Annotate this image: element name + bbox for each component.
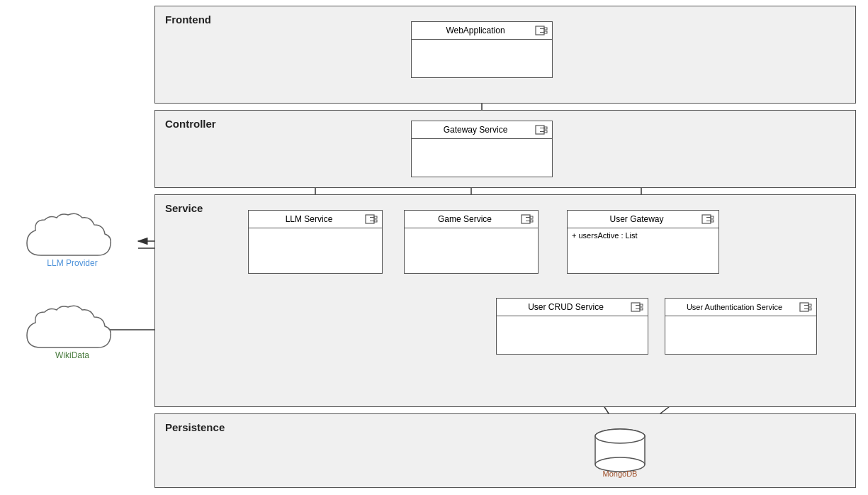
llm-service-title: LLM Service [253, 214, 365, 224]
component-icon [521, 213, 534, 225]
gateway-service-body [412, 139, 552, 156]
wikidata-cloud: WikiData [20, 301, 125, 365]
svg-point-53 [595, 429, 645, 443]
gateway-service-title: Gateway Service [416, 125, 535, 135]
game-service-body [405, 228, 538, 245]
svg-rect-36 [631, 303, 640, 311]
user-crud-service-box: User CRUD Service [496, 298, 648, 355]
user-crud-service-title-bar: User CRUD Service [497, 299, 648, 316]
svg-rect-26 [522, 215, 530, 223]
component-icon [799, 301, 812, 313]
web-application-title-bar: WebApplication [412, 22, 552, 40]
svg-rect-41 [800, 303, 808, 311]
llm-service-box: LLM Service [248, 210, 383, 274]
user-auth-service-body [665, 316, 816, 333]
user-gateway-box: User Gateway + usersActive : List [567, 210, 719, 274]
gateway-service-title-bar: Gateway Service [412, 121, 552, 139]
svg-text:MongoDB: MongoDB [603, 469, 638, 478]
svg-rect-21 [366, 215, 374, 223]
svg-rect-31 [702, 215, 711, 223]
user-auth-service-box: User Authentication Service [665, 298, 817, 355]
component-icon [535, 124, 548, 135]
user-auth-service-title-bar: User Authentication Service [665, 299, 816, 316]
llm-provider-cloud-svg: LLM Provider [20, 209, 125, 273]
controller-label: Controller [165, 118, 216, 130]
user-gateway-body: + usersActive : List [568, 228, 718, 245]
web-application-box: WebApplication [411, 21, 553, 78]
llm-service-body [249, 228, 382, 245]
component-icon [631, 301, 643, 313]
user-crud-service-body [497, 316, 648, 333]
user-crud-service-title: User CRUD Service [501, 302, 631, 312]
svg-text:LLM Provider: LLM Provider [47, 258, 97, 268]
game-service-title-bar: Game Service [405, 211, 538, 228]
game-service-box: Game Service [404, 210, 539, 274]
llm-provider-cloud: LLM Provider [20, 209, 125, 273]
diagram-container: Frontend Controller Service Persistence … [0, 0, 868, 495]
component-icon [535, 25, 548, 36]
mongodb-svg: MongoDB [592, 426, 648, 479]
persistence-label: Persistence [165, 421, 225, 433]
component-icon [365, 213, 378, 225]
user-auth-service-title: User Authentication Service [670, 303, 799, 311]
user-gateway-title-bar: User Gateway [568, 211, 718, 228]
component-icon [701, 213, 714, 225]
persistence-layer: Persistence [154, 413, 856, 488]
frontend-label: Frontend [165, 13, 211, 26]
web-application-title: WebApplication [416, 26, 535, 35]
svg-rect-16 [536, 126, 544, 134]
service-label: Service [165, 202, 203, 214]
game-service-title: Game Service [409, 214, 521, 224]
gateway-service-box: Gateway Service [411, 121, 553, 177]
svg-rect-11 [536, 26, 544, 35]
user-gateway-title: User Gateway [572, 214, 701, 224]
llm-service-title-bar: LLM Service [249, 211, 382, 228]
mongodb-cylinder: MongoDB [592, 426, 648, 474]
wikidata-cloud-svg: WikiData [20, 301, 125, 365]
svg-text:WikiData: WikiData [55, 350, 89, 360]
web-application-body [412, 40, 552, 57]
